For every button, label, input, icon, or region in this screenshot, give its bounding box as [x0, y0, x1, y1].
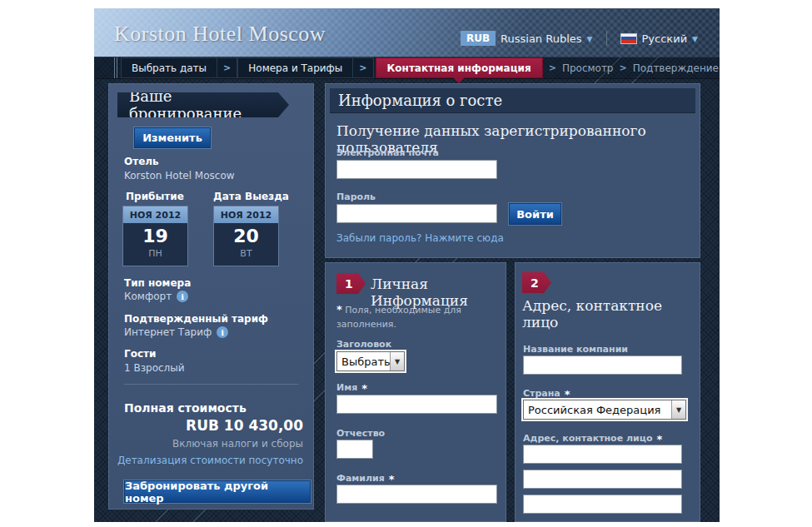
guests-label: Гости: [124, 348, 156, 360]
departure-month: НОЯ 2012: [214, 206, 278, 223]
first-name-field[interactable]: [336, 395, 497, 414]
rate-row: Интернет Тариф i: [124, 326, 228, 338]
required-asterisk: *: [336, 303, 342, 316]
password-label: Пароль: [336, 191, 376, 202]
currency-label: Russian Rubles: [501, 32, 582, 45]
first-name-label: Имя *: [336, 382, 367, 395]
breadcrumb-active-label: Контактная информация: [387, 62, 531, 74]
edit-booking-button[interactable]: Изменить: [134, 127, 211, 148]
login-button[interactable]: Войти: [509, 203, 561, 225]
country-label: Страна *: [523, 388, 570, 400]
required-asterisk: *: [361, 382, 367, 395]
departure-day: 20: [214, 226, 278, 246]
required-asterisk: *: [656, 433, 662, 445]
room-type-value: Комфорт: [124, 291, 172, 302]
salutation-selected-value: Выбрать: [337, 352, 390, 370]
select-arrow-icon: ▼: [390, 352, 404, 370]
currency-selector[interactable]: RUB Russian Rubles ▼: [461, 31, 593, 46]
active-step-pointer-icon: [453, 77, 465, 83]
book-another-room-button[interactable]: Забронировать другой номер: [124, 480, 311, 503]
country-selected-value: Российская Федерация: [524, 400, 671, 419]
last-name-label-text: Фамилия: [336, 473, 385, 484]
guests-value: 1 Взрослый: [124, 362, 185, 374]
site-header: Korston Hotel Moscow RUB Russian Rubles …: [94, 8, 720, 57]
company-field[interactable]: [523, 355, 682, 375]
breadcrumb-step-dates[interactable]: Выбрать даты: [121, 57, 217, 78]
breadcrumb-separator-icon: >: [549, 62, 556, 73]
address-title: Адрес, контактное лицо: [522, 297, 700, 331]
company-label: Название компании: [523, 344, 628, 355]
header-divider: [606, 31, 607, 46]
middle-name-label: Отчество: [336, 428, 385, 439]
breadcrumb-step-rooms[interactable]: Номера и Тарифы: [237, 57, 353, 78]
salutation-label: Заголовок: [336, 339, 391, 350]
cost-details-link[interactable]: Детализация стоимости посуточно: [117, 455, 303, 466]
first-name-label-text: Имя: [336, 382, 357, 393]
breadcrumb-step-confirm[interactable]: Подтверждение: [633, 62, 719, 74]
arrival-date-card: НОЯ 2012 19 ПН: [122, 206, 188, 266]
salutation-select[interactable]: Выбрать ▼: [336, 351, 405, 371]
breadcrumb-step-review[interactable]: Просмотр: [562, 62, 614, 74]
info-icon[interactable]: i: [177, 291, 188, 302]
required-note-text: Поля, необходимые для заполнения.: [336, 305, 461, 330]
chevron-down-icon: ▼: [587, 34, 593, 43]
arrival-day: 19: [123, 226, 187, 246]
email-label: Электронная почта: [336, 147, 439, 158]
step-2-badge: 2: [522, 272, 551, 293]
email-field[interactable]: [336, 160, 497, 179]
arrival-label: Прибытие: [126, 191, 184, 202]
required-fields-note: * Поля, необходимые для заполнения.: [336, 301, 476, 331]
language-selector[interactable]: Русский ▼: [620, 32, 699, 45]
currency-code-badge: RUB: [461, 31, 496, 46]
room-type-row: Комфорт i: [124, 291, 188, 302]
contact-address-field-2[interactable]: [523, 470, 682, 489]
header-controls: RUB Russian Rubles ▼ Русский ▼: [461, 31, 698, 46]
hotel-label: Отель: [124, 156, 159, 167]
contact-address-label: Адрес, контактное лицо *: [523, 433, 662, 445]
required-asterisk: *: [565, 388, 570, 400]
total-cost-amount: RUB 10 430,00: [186, 417, 303, 434]
language-label: Русский: [642, 32, 688, 45]
breadcrumb-separator-icon: >: [620, 62, 627, 73]
taxes-note: Включая налоги и сборы: [172, 438, 303, 450]
hotel-name: Korston Hotel Moscow: [124, 170, 235, 181]
info-icon[interactable]: i: [217, 326, 228, 338]
required-asterisk: *: [389, 473, 395, 485]
contact-address-field-1[interactable]: [523, 445, 682, 464]
personal-info-panel: 1 Личная Информация * Поля, необходимые …: [325, 262, 506, 522]
total-cost-label: Полная стоимость: [124, 401, 247, 415]
breadcrumb-step-contact-active: Контактная информация: [376, 57, 543, 78]
chevron-down-icon: ▼: [692, 34, 698, 43]
last-name-label: Фамилия *: [336, 473, 395, 485]
departure-label: Дата Выезда: [213, 191, 289, 202]
middle-name-field[interactable]: [336, 440, 373, 459]
breadcrumb-separator-icon: >: [217, 57, 237, 78]
booking-summary-title: Ваше бронирование: [117, 92, 289, 117]
forgot-password-link[interactable]: Забыли пароль? Нажмите сюда: [336, 232, 504, 244]
guest-info-title: Информация о госте: [330, 88, 695, 113]
last-name-field[interactable]: [336, 485, 497, 504]
arrival-weekday: ПН: [123, 248, 187, 259]
booking-page: Korston Hotel Moscow RUB Russian Rubles …: [0, 0, 812, 527]
rate-value: Интернет Тариф: [124, 326, 212, 338]
booking-summary-panel: Ваше бронирование Изменить Отель Korston…: [108, 83, 314, 510]
breadcrumb: Выбрать даты > Номера и Тарифы > Контакт…: [94, 57, 720, 79]
contact-address-label-text: Адрес, контактное лицо: [523, 433, 652, 444]
password-field[interactable]: [336, 204, 497, 223]
russian-flag-icon: [620, 33, 637, 44]
departure-date-card: НОЯ 2012 20 ВТ: [213, 206, 279, 266]
rate-label: Подтвержденный тариф: [124, 313, 268, 325]
sidebar-divider: [124, 384, 298, 385]
departure-weekday: ВТ: [214, 248, 278, 259]
site-title: Korston Hotel Moscow: [114, 22, 326, 47]
site-container: Korston Hotel Moscow RUB Russian Rubles …: [94, 8, 720, 522]
select-arrow-icon: ▼: [671, 400, 685, 419]
country-select[interactable]: Российская Федерация ▼: [523, 400, 686, 420]
breadcrumb-decor-stripes: [114, 57, 119, 78]
contact-address-field-3[interactable]: [523, 495, 682, 514]
country-label-text: Страна: [523, 388, 560, 399]
room-type-label: Тип номера: [124, 277, 191, 289]
arrival-month: НОЯ 2012: [123, 206, 187, 223]
address-panel: 2 Адрес, контактное лицо Название компан…: [515, 262, 700, 522]
breadcrumb-separator-icon: >: [353, 57, 373, 78]
